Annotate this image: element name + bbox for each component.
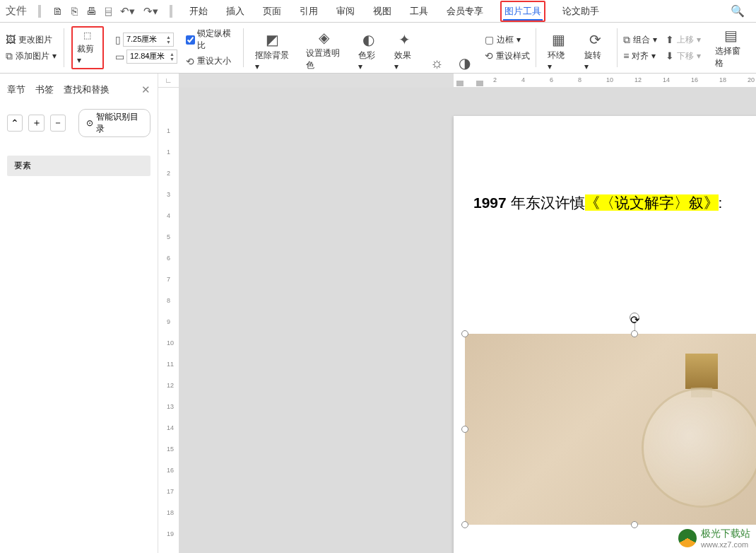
- lock-ratio-checkbox[interactable]: 锁定纵横比: [186, 28, 236, 52]
- reset-size-icon: ⟲: [186, 56, 194, 67]
- menu-bar: 文件 🗎 ⎘ 🖶 ⌸ ↶▾ ↷▾ 开始 插入 页面 引用 审阅 视图 工具 会员…: [0, 0, 756, 23]
- transparency-button[interactable]: ◈设置透明色: [302, 28, 347, 73]
- preview-icon[interactable]: ⌸: [104, 4, 113, 18]
- sidebar-tab-find[interactable]: 查找和替换: [64, 83, 110, 96]
- send-back-icon: ⬇: [666, 50, 674, 62]
- resize-handle-n[interactable]: [631, 330, 638, 337]
- tab-member[interactable]: 会员专享: [445, 2, 485, 21]
- add-button[interactable]: ＋: [28, 115, 44, 132]
- page[interactable]: 1997 年东汉许慎《〈说文解字〉叙》: ⟳: [454, 116, 756, 553]
- rotate-button[interactable]: ⟳旋转 ▾: [580, 30, 610, 73]
- change-picture-button[interactable]: 🖼更改图片: [6, 33, 57, 47]
- indent-marker-left[interactable]: [456, 81, 463, 86]
- outline-item[interactable]: 要素: [7, 156, 150, 176]
- resize-handle-s[interactable]: [631, 521, 638, 528]
- text-line[interactable]: 1997 年东汉许慎《〈说文解字〉叙》:: [473, 191, 756, 215]
- insert-picture-button[interactable]: ⧉添加图片 ▾: [6, 50, 57, 63]
- group-adjust: ◩抠除背景 ▾ ◈设置透明色 ◐色彩 ▾ ✦效果 ▾ ☼ ◑: [245, 23, 481, 73]
- height-spinner[interactable]: ▲▼: [166, 35, 171, 45]
- border-icon: ▢: [485, 34, 494, 45]
- collapse-button[interactable]: ⌃: [7, 115, 23, 132]
- print-icon[interactable]: 🖶: [85, 4, 98, 18]
- tab-home[interactable]: 开始: [188, 2, 209, 21]
- group-icon: ⧉: [623, 34, 630, 46]
- tab-picture-tools[interactable]: 图片工具: [503, 3, 543, 21]
- remove-bg-button[interactable]: ◩抠除背景 ▾: [251, 30, 295, 73]
- group-arrange: ▦环绕 ▾ ⟳旋转 ▾: [538, 23, 615, 73]
- vertical-ruler[interactable]: 1 1 2 3 4 5 6 7 8 9 10 11 12 13 14 15 16…: [158, 88, 179, 553]
- tab-reference[interactable]: 引用: [298, 2, 319, 21]
- watermark-url: www.xz7.com: [701, 540, 750, 549]
- ruler-tick: 6: [550, 76, 553, 83]
- contrast-icon: ◑: [459, 54, 471, 71]
- insert-pic-icon: ⧉: [6, 50, 13, 62]
- sidebar: 章节 书签 查找和替换 ✕ ⌃ ＋ － ⊙智能识别目录 要素: [0, 74, 158, 553]
- crop-highlight: ⬚ 裁剪 ▾: [71, 26, 104, 69]
- horizontal-ruler[interactable]: 2 4 6 8 10 12 14 16 18 20 22 24: [179, 74, 756, 88]
- sidebar-tab-chapter[interactable]: 章节: [7, 83, 25, 96]
- ruler-tick: 1: [167, 127, 170, 134]
- tab-thesis[interactable]: 论文助手: [561, 2, 601, 21]
- redo-icon[interactable]: ↷▾: [142, 4, 160, 19]
- ruler-tick: 3: [167, 191, 170, 198]
- sidebar-close-icon[interactable]: ✕: [141, 83, 150, 96]
- export-icon[interactable]: ⎘: [70, 4, 79, 18]
- ruler-corner[interactable]: ∟: [158, 74, 179, 88]
- tab-tools[interactable]: 工具: [408, 2, 430, 21]
- effects-button[interactable]: ✦效果 ▾: [390, 30, 419, 73]
- resize-handle-sw[interactable]: [461, 521, 468, 528]
- contrast-button[interactable]: ◑: [454, 53, 475, 73]
- canvas[interactable]: 1997 年东汉许慎《〈说文解字〉叙》: ⟳: [179, 88, 756, 553]
- separator: [536, 28, 536, 67]
- group-button[interactable]: ⧉组合 ▾: [623, 33, 657, 47]
- bring-fwd-icon: ⬆: [666, 34, 674, 45]
- indent-marker-first[interactable]: [476, 81, 483, 86]
- save-icon[interactable]: 🗎: [51, 4, 64, 18]
- ruler-tick: 18: [719, 76, 726, 83]
- undo-icon[interactable]: ↶▾: [119, 4, 136, 19]
- effects-icon: ✦: [398, 31, 411, 48]
- image-body[interactable]: [465, 334, 756, 525]
- wrap-icon: ▦: [552, 31, 565, 48]
- ruler-tick: 13: [167, 403, 174, 410]
- ruler-tick: 12: [167, 382, 174, 389]
- brightness-icon: ☼: [430, 55, 443, 71]
- bring-forward-button[interactable]: ⬆上移 ▾: [666, 33, 701, 47]
- reset-style-button[interactable]: ⟲重设样式: [485, 50, 530, 63]
- remove-button[interactable]: －: [50, 115, 66, 132]
- tab-review[interactable]: 审阅: [335, 2, 356, 21]
- ruler-tick: 18: [167, 509, 174, 516]
- rotation-handle[interactable]: ⟳: [630, 313, 639, 322]
- resize-handle-nw[interactable]: [461, 330, 468, 337]
- tab-page[interactable]: 页面: [261, 2, 283, 21]
- selected-image[interactable]: ⟳: [465, 334, 756, 525]
- brightness-button[interactable]: ☼: [426, 54, 447, 73]
- ruler-tick: 5: [167, 233, 170, 240]
- file-menu[interactable]: 文件: [4, 3, 28, 19]
- align-button[interactable]: ≡对齐 ▾: [623, 50, 657, 63]
- text-year: 1997: [473, 194, 511, 211]
- border-button[interactable]: ▢边框 ▾: [485, 33, 530, 47]
- color-button[interactable]: ◐色彩 ▾: [354, 30, 383, 73]
- height-input-row: ▯ ▲▼: [115, 33, 175, 47]
- tab-view[interactable]: 视图: [372, 2, 393, 21]
- crop-button[interactable]: 裁剪 ▾: [77, 43, 98, 65]
- page-content: 1997 年东汉许慎《〈说文解字〉叙》:: [454, 116, 756, 228]
- perfume-bottle: [642, 388, 756, 508]
- height-icon: ▯: [115, 34, 121, 45]
- send-backward-button[interactable]: ⬇下移 ▾: [666, 50, 701, 63]
- sidebar-tab-bookmark[interactable]: 书签: [35, 83, 54, 96]
- tab-insert[interactable]: 插入: [225, 2, 246, 21]
- reset-size-button[interactable]: ⟲重设大小: [186, 54, 236, 68]
- wrap-button[interactable]: ▦环绕 ▾: [543, 30, 573, 73]
- text-suffix: :: [719, 194, 723, 211]
- select-pane-button[interactable]: ▤选择窗格: [711, 25, 750, 71]
- width-icon: ▭: [115, 51, 124, 62]
- search-icon[interactable]: 🔍: [719, 4, 756, 18]
- ruler-tick: 16: [691, 76, 698, 83]
- smart-toc-button[interactable]: ⊙智能识别目录: [78, 109, 150, 137]
- width-spinner[interactable]: ▲▼: [170, 52, 175, 62]
- document-area: ∟ 2 4 6 8 10 12 14 16 18 20 22 24 1 1 2 …: [158, 74, 756, 553]
- resize-handle-w[interactable]: [461, 426, 468, 433]
- ruler-tick: 8: [167, 297, 170, 304]
